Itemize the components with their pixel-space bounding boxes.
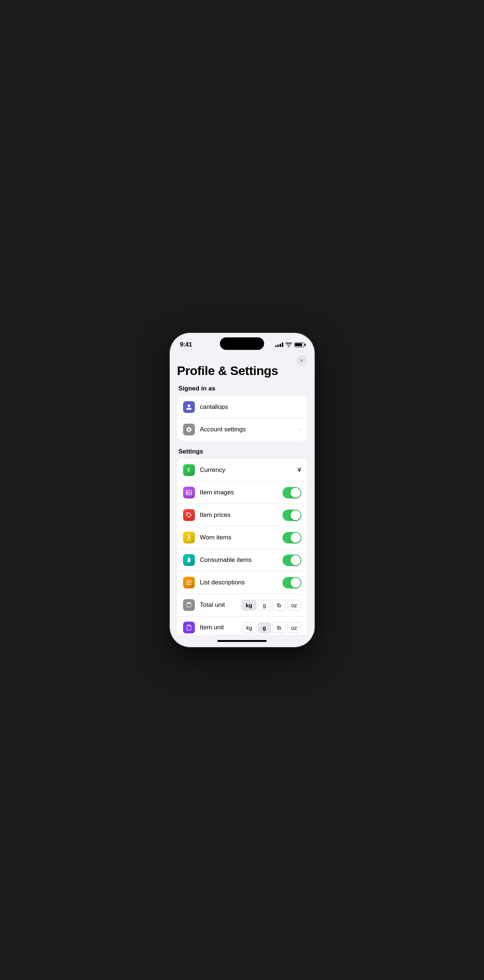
close-button[interactable]: × [296, 355, 307, 366]
item-unit-g[interactable]: g [258, 622, 271, 633]
home-bar [217, 640, 267, 642]
list-icon [183, 577, 195, 589]
home-indicator [170, 635, 314, 647]
svg-point-3 [188, 534, 190, 536]
item-unit-selector: kg g lb oz [242, 622, 301, 633]
account-settings-row[interactable]: Account settings › [177, 418, 307, 441]
prices-icon [183, 509, 195, 521]
item-prices-row: Item prices [177, 504, 307, 526]
phone-frame: 9:41 × [170, 333, 314, 647]
item-unit-icon [183, 622, 195, 633]
item-images-row: Item images [177, 481, 307, 504]
signal-icon [275, 342, 283, 347]
total-unit-selector: kg g lb oz [242, 600, 301, 611]
total-unit-oz[interactable]: oz [287, 600, 301, 611]
consumable-icon [183, 554, 195, 566]
worn-items-label: Worn items [200, 534, 282, 541]
item-unit-lb[interactable]: lb [273, 622, 286, 633]
page-title: Profile & Settings [177, 364, 307, 377]
list-descriptions-row: List descriptions [177, 571, 307, 593]
username-label: cantallops [200, 403, 301, 411]
total-unit-g[interactable]: g [258, 600, 271, 611]
wifi-icon [286, 342, 292, 347]
svg-rect-0 [186, 490, 192, 495]
currency-label: Currency [200, 466, 298, 474]
account-settings-label: Account settings [200, 426, 297, 433]
battery-icon [294, 342, 304, 347]
images-icon [183, 487, 195, 498]
status-time: 9:41 [180, 341, 192, 348]
worn-icon [183, 532, 195, 544]
scroll-content[interactable]: × Profile & Settings Signed in as cantal… [170, 352, 314, 635]
total-unit-label: Total unit [200, 601, 242, 609]
item-unit-row: Item unit kg g lb oz [177, 616, 307, 635]
total-unit-row: Total unit kg g lb oz [177, 593, 307, 616]
worn-items-toggle[interactable] [282, 532, 301, 544]
consumable-items-row: Consumable items [177, 549, 307, 571]
item-unit-label: Item unit [200, 624, 242, 631]
item-prices-label: Item prices [200, 511, 282, 519]
currency-value: ¥ [298, 466, 301, 474]
settings-section-label: Settings [179, 448, 307, 455]
username-row: cantallops [177, 396, 307, 418]
phone-screen: 9:41 × [170, 333, 314, 647]
modal-card: × Profile & Settings Signed in as cantal… [170, 352, 314, 635]
item-prices-toggle[interactable] [282, 509, 301, 521]
item-images-label: Item images [200, 489, 282, 496]
chevron-right-icon: › [299, 426, 301, 433]
item-unit-kg[interactable]: kg [242, 622, 256, 633]
consumable-items-toggle[interactable] [282, 555, 301, 566]
consumable-items-label: Consumable items [200, 556, 282, 564]
total-unit-lb[interactable]: lb [273, 600, 286, 611]
signed-in-card: cantallops Account settings › [177, 396, 307, 441]
total-unit-kg[interactable]: kg [242, 600, 256, 611]
status-icons [275, 342, 304, 347]
dynamic-island [220, 337, 264, 350]
user-icon [183, 401, 195, 413]
currency-row[interactable]: ¢ Currency ¥ [177, 459, 307, 481]
list-descriptions-toggle[interactable] [282, 577, 301, 589]
currency-icon: ¢ [183, 464, 195, 476]
item-unit-oz[interactable]: oz [287, 622, 301, 633]
settings-card: ¢ Currency ¥ Item image [177, 459, 307, 635]
signed-in-label: Signed in as [179, 385, 307, 392]
total-unit-icon [183, 599, 195, 611]
gear-icon [183, 424, 195, 436]
svg-rect-8 [187, 626, 191, 630]
worn-items-row: Worn items [177, 526, 307, 549]
list-descriptions-label: List descriptions [200, 579, 282, 586]
item-images-toggle[interactable] [282, 487, 301, 498]
svg-point-2 [187, 514, 188, 514]
